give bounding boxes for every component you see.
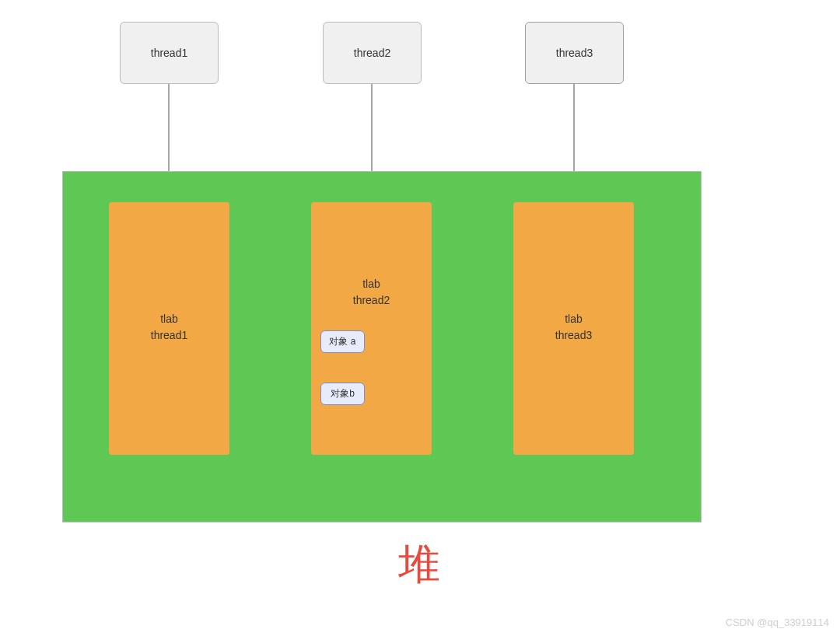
tlab-thread1: tlab thread1 <box>109 202 229 455</box>
tlab1-line1: tlab <box>160 313 178 325</box>
tlab3-line2: thread3 <box>555 329 592 341</box>
thread-box-3: thread3 <box>525 22 624 84</box>
tlab2-line2: thread2 <box>353 294 390 306</box>
tlab1-line2: thread1 <box>151 329 187 341</box>
tlab3-line1: tlab <box>565 313 583 325</box>
watermark-text: CSDN @qq_33919114 <box>726 617 829 628</box>
tlab-thread3: tlab thread3 <box>513 202 634 455</box>
tlab3-label: tlab thread3 <box>513 311 634 344</box>
object-b: 对象b <box>320 383 365 405</box>
tlab2-line1: tlab <box>362 278 380 290</box>
object-a: 对象 a <box>320 330 365 353</box>
tlab-thread2: tlab thread2 对象 a 对象b <box>311 202 432 455</box>
heap-title: 堆 <box>0 536 840 593</box>
tlab2-label: tlab thread2 <box>311 276 432 309</box>
thread-box-2: thread2 <box>323 22 422 84</box>
thread-box-1: thread1 <box>120 22 219 84</box>
tlab1-label: tlab thread1 <box>109 311 229 344</box>
